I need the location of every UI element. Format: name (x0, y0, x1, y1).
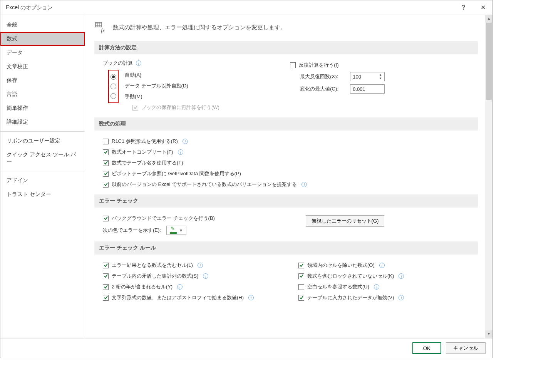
checkbox-icon (103, 171, 109, 177)
section-errcheck-title: エラー チェック (94, 194, 478, 208)
checkbox-icon (103, 160, 109, 166)
sidebar-item[interactable]: リボンのユーザー設定 (0, 134, 85, 148)
checkbox-icon (298, 263, 304, 268)
check-getpivotdata[interactable]: ピボットテーブル参照に GetPivotData 関数を使用する(P) (103, 168, 475, 179)
checkbox-icon (103, 139, 109, 144)
checkbox-icon (298, 295, 304, 301)
sidebar-item[interactable]: 数式 (0, 32, 85, 46)
sidebar-item[interactable]: データ (0, 46, 85, 60)
error-color-row: 次の色でエラーを示す(E): ▼ (103, 224, 290, 237)
content-area: fx 数式の計算や処理、エラー処理に関するオプションを変更します。 計算方法の設… (85, 15, 492, 338)
ok-button[interactable]: OK (412, 342, 441, 354)
spinner-arrows-icon[interactable]: ▲▼ (379, 74, 382, 80)
color-swatch-icon (170, 227, 177, 233)
error-rule-checkbox[interactable]: 数式を含むロックされていないセル(K)i (298, 271, 475, 281)
error-rule-checkbox[interactable]: 領域内のセルを除いた数式(O)i (298, 260, 475, 271)
checkbox-label: 2 桁の年が含まれるセル(Y) (112, 283, 173, 290)
info-icon[interactable]: i (177, 284, 183, 290)
content-pane: fx 数式の計算や処理、エラー処理に関するオプションを変更します。 計算方法の設… (85, 15, 485, 338)
checkbox-label: 空白セルを参照する数式(U) (307, 283, 369, 290)
error-color-picker[interactable]: ▼ (166, 226, 186, 235)
close-button[interactable]: ✕ (477, 2, 489, 13)
info-icon[interactable]: i (198, 263, 203, 268)
chevron-down-icon: ▼ (179, 228, 183, 233)
nav-separator (0, 131, 85, 132)
svg-text:fx: fx (101, 28, 105, 34)
info-icon[interactable]: i (379, 263, 385, 268)
field-max-iterations: 最大反復回数(X): 100 ▲▼ (290, 70, 475, 83)
sidebar-item[interactable]: 全般 (0, 18, 85, 32)
checkbox-label: テーブル内の矛盾した集計列の数式(S) (112, 273, 198, 280)
dialog-title: Excel のオプション (6, 4, 53, 11)
sidebar-item[interactable]: 詳細設定 (0, 115, 85, 129)
checkbox-label: 領域内のセルを除いた数式(O) (307, 262, 375, 269)
reset-ignored-errors-button[interactable]: 無視したエラーのリセット(G) (306, 215, 385, 227)
checkbox-icon (290, 62, 296, 68)
checkbox-label: 数式を含むロックされていないセル(K) (307, 273, 394, 280)
section-formula-title: 数式の処理 (94, 117, 478, 131)
error-rule-checkbox[interactable]: エラー結果となる数式を含むセル(L)i (103, 260, 279, 271)
checkbox-icon (132, 105, 138, 111)
check-legacy-formulas[interactable]: 以前のバージョンの Excel でサポートされている数式のバリエーションを提案す… (103, 179, 475, 190)
checkbox-icon (103, 284, 109, 290)
sidebar-item[interactable]: クイック アクセス ツール バー (0, 148, 85, 169)
error-rule-checkbox[interactable]: 空白セルを参照する数式(U)i (298, 281, 475, 292)
info-icon[interactable]: i (178, 149, 183, 155)
error-rule-checkbox[interactable]: 2 桁の年が含まれるセル(Y)i (103, 281, 279, 292)
info-icon[interactable]: i (203, 273, 208, 279)
check-autocomplete[interactable]: 数式オートコンプリート(F) i (103, 147, 475, 157)
scroll-down-arrow-icon[interactable]: ▼ (485, 330, 492, 338)
error-rule-checkbox[interactable]: 文字列形式の数値、またはアポストロフィで始まる数値(H)i (103, 292, 279, 303)
info-icon[interactable]: i (301, 182, 307, 187)
checkbox-icon (298, 273, 304, 279)
titlebar: Excel のオプション ? ✕ (0, 0, 492, 15)
section-calc-title: 計算方法の設定 (94, 41, 478, 54)
checkbox-icon (298, 284, 304, 290)
formula-icon: fx (94, 20, 108, 34)
cancel-button[interactable]: キャンセル (446, 342, 486, 354)
radio-label[interactable]: データ テーブル以外自動(D) (125, 82, 188, 89)
max-change-input[interactable]: 0.001 (350, 84, 385, 94)
scroll-track[interactable] (485, 23, 492, 330)
sidebar-item[interactable]: 保存 (0, 74, 85, 87)
info-icon[interactable]: i (183, 139, 188, 144)
radio-auto[interactable] (110, 72, 117, 82)
check-r1c1[interactable]: R1C1 参照形式を使用する(R) i (103, 136, 475, 147)
radio-auto-except[interactable] (110, 82, 117, 91)
sidebar-item[interactable]: 簡単操作 (0, 101, 85, 115)
options-dialog: Excel のオプション ? ✕ 全般数式データ文章校正保存言語簡単操作詳細設定… (0, 0, 493, 358)
sidebar-item[interactable]: トラスト センター (0, 188, 85, 201)
page-header-text: 数式の計算や処理、エラー処理に関するオプションを変更します。 (113, 24, 286, 31)
check-iterative[interactable]: 反復計算を行う(I) (290, 60, 475, 70)
check-table-names[interactable]: 数式でテーブル名を使用する(T) (103, 157, 475, 168)
category-sidebar: 全般数式データ文章校正保存言語簡単操作詳細設定 リボンのユーザー設定クイック ア… (0, 15, 85, 338)
checkbox-label: テーブルに入力されたデータが無効(V) (307, 294, 394, 301)
info-icon[interactable]: i (399, 295, 404, 300)
radio-label[interactable]: 自動(A) (125, 72, 141, 79)
max-iter-input[interactable]: 100 ▲▼ (350, 72, 385, 81)
sidebar-item[interactable]: 言語 (0, 87, 85, 101)
dialog-footer: OK キャンセル (0, 338, 492, 358)
radio-icon (111, 74, 116, 80)
error-rule-checkbox[interactable]: テーブル内の矛盾した集計列の数式(S)i (103, 271, 279, 281)
section-errrules-title: エラー チェック ルール (94, 241, 478, 255)
error-rule-checkbox[interactable]: テーブルに入力されたデータが無効(V)i (298, 292, 475, 303)
vertical-scrollbar[interactable]: ▲ ▼ (485, 15, 492, 338)
radio-icon (111, 84, 116, 89)
field-max-change: 変化の最大値(C): 0.001 (290, 83, 475, 95)
page-header: fx 数式の計算や処理、エラー処理に関するオプションを変更します。 (94, 20, 478, 34)
info-icon[interactable]: i (374, 284, 379, 290)
scroll-up-arrow-icon[interactable]: ▲ (485, 15, 492, 23)
radio-manual[interactable] (110, 91, 117, 101)
scroll-thumb[interactable] (486, 23, 492, 100)
sidebar-item[interactable]: アドイン (0, 174, 85, 188)
sidebar-item[interactable]: 文章校正 (0, 60, 85, 74)
radio-label[interactable]: 手動(M) (125, 93, 142, 100)
help-button[interactable]: ? (459, 3, 468, 13)
info-icon[interactable]: i (399, 273, 404, 279)
checkbox-label: エラー結果となる数式を含むセル(L) (112, 262, 193, 269)
radio-icon (111, 93, 116, 99)
check-bg-errorcheck[interactable]: バックグラウンドでエラー チェックを行う(B) (103, 213, 290, 224)
info-icon[interactable]: i (248, 295, 254, 300)
info-icon[interactable]: i (136, 60, 141, 66)
